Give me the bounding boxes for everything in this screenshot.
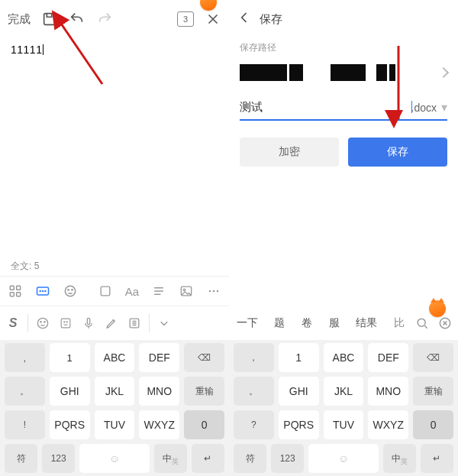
key-wxyz[interactable]: WXYZ bbox=[139, 410, 179, 439]
candidate-2[interactable]: 题 bbox=[274, 316, 285, 330]
key-123[interactable]: 123 bbox=[42, 444, 75, 473]
candidate-search-icon[interactable] bbox=[414, 315, 431, 332]
settings-icon[interactable] bbox=[126, 315, 143, 332]
key-jkl-r[interactable]: JKL bbox=[324, 377, 364, 406]
key-tuv-r[interactable]: TUV bbox=[324, 410, 364, 439]
key-period[interactable]: 。 bbox=[5, 377, 45, 406]
key-period-r[interactable]: 。 bbox=[234, 377, 274, 406]
svg-point-8 bbox=[45, 291, 46, 292]
emoji-tab-icon[interactable] bbox=[63, 283, 78, 299]
paragraph-icon[interactable] bbox=[151, 283, 166, 299]
key-wxyz-r[interactable]: WXYZ bbox=[368, 410, 408, 439]
svg-point-15 bbox=[209, 290, 211, 293]
image-icon[interactable] bbox=[179, 283, 194, 299]
key-reinput-r[interactable]: 重输 bbox=[413, 377, 453, 406]
sticker-icon[interactable] bbox=[57, 315, 74, 332]
key-jkl[interactable]: JKL bbox=[95, 377, 135, 406]
right-pane: 保存 保存路径 测试 .docx ▾ 加密 保存 一下 题 卷 服 bbox=[229, 0, 458, 476]
canvas-icon[interactable] bbox=[98, 283, 113, 299]
key-def[interactable]: DEF bbox=[139, 343, 179, 372]
key-pqrs-r[interactable]: PQRS bbox=[279, 410, 319, 439]
key-abc-r[interactable]: ABC bbox=[324, 343, 364, 372]
filename-input[interactable]: 测试 bbox=[240, 100, 411, 115]
fox-icon-right[interactable] bbox=[429, 300, 446, 317]
svg-rect-21 bbox=[61, 319, 70, 328]
key-123-r[interactable]: 123 bbox=[271, 444, 304, 473]
path-redacted bbox=[240, 63, 395, 82]
close-icon[interactable] bbox=[205, 11, 221, 28]
key-zero[interactable]: 0 bbox=[184, 410, 224, 439]
key-zero-r[interactable]: 0 bbox=[413, 410, 453, 439]
back-icon[interactable] bbox=[237, 10, 252, 28]
key-excl[interactable]: ! bbox=[5, 410, 45, 439]
encrypt-button[interactable]: 加密 bbox=[240, 138, 339, 167]
svg-point-14 bbox=[183, 289, 185, 291]
ime-bar-right: 一下 题 卷 服 结果 比 bbox=[229, 306, 458, 340]
svg-rect-4 bbox=[17, 293, 21, 296]
key-space[interactable]: ☺ bbox=[79, 444, 149, 473]
handwrite-icon[interactable] bbox=[103, 315, 120, 332]
path-label: 保存路径 bbox=[229, 38, 458, 57]
save-button[interactable]: 保存 bbox=[348, 138, 447, 167]
svg-point-10 bbox=[68, 290, 69, 290]
document-area[interactable]: 1 11111 bbox=[0, 38, 229, 257]
mic-icon[interactable] bbox=[80, 315, 97, 332]
save-title: 保存 bbox=[260, 12, 282, 27]
filename-row: 测试 .docx ▾ bbox=[240, 100, 447, 121]
redo-icon[interactable] bbox=[96, 11, 113, 28]
key-1[interactable]: 1 bbox=[50, 343, 90, 372]
done-button[interactable]: 完成 bbox=[8, 12, 31, 27]
key-lang-r[interactable]: 中英 bbox=[383, 444, 416, 473]
key-enter-r[interactable]: ↵ bbox=[421, 444, 453, 473]
key-mno[interactable]: MNO bbox=[139, 377, 179, 406]
save-icon[interactable] bbox=[41, 11, 58, 28]
key-abc[interactable]: ABC bbox=[95, 343, 135, 372]
key-pqrs[interactable]: PQRS bbox=[50, 410, 90, 439]
key-ghi-r[interactable]: GHI bbox=[279, 377, 319, 406]
candidate-6[interactable]: 比 bbox=[394, 316, 405, 330]
word-count: 全文: 5 bbox=[0, 257, 229, 276]
svg-rect-2 bbox=[17, 286, 21, 290]
more-icon[interactable] bbox=[206, 283, 221, 299]
key-tuv[interactable]: TUV bbox=[95, 410, 135, 439]
key-lang[interactable]: 中英 bbox=[154, 444, 187, 473]
candidate-1[interactable]: 一下 bbox=[237, 316, 258, 330]
keyboard-tab-icon[interactable] bbox=[35, 283, 50, 299]
emoji-icon[interactable] bbox=[34, 315, 51, 332]
svg-point-22 bbox=[64, 322, 65, 322]
key-comma[interactable]: , bbox=[5, 343, 45, 372]
key-symbol[interactable]: 符 bbox=[5, 444, 37, 473]
svg-rect-24 bbox=[87, 318, 89, 324]
sogou-logo-icon[interactable]: S bbox=[5, 315, 21, 332]
font-icon[interactable]: Aa bbox=[125, 285, 139, 298]
key-qmark-r[interactable]: ? bbox=[234, 410, 274, 439]
fox-icon[interactable] bbox=[200, 0, 217, 11]
svg-point-6 bbox=[40, 291, 40, 292]
key-reinput[interactable]: 重输 bbox=[184, 377, 224, 406]
key-space-r[interactable]: ☺ bbox=[308, 444, 378, 473]
key-symbol-r[interactable]: 符 bbox=[234, 444, 266, 473]
key-comma-r[interactable]: ， bbox=[234, 343, 274, 372]
key-def-r[interactable]: DEF bbox=[368, 343, 408, 372]
left-pane: 完成 3 1 11111 全文: 5 bbox=[0, 0, 229, 476]
extension-dropdown-icon[interactable]: ▾ bbox=[441, 100, 447, 115]
apps-icon[interactable] bbox=[8, 283, 23, 299]
candidate-3[interactable]: 卷 bbox=[302, 316, 312, 330]
key-mno-r[interactable]: MNO bbox=[368, 377, 408, 406]
path-row[interactable] bbox=[229, 57, 458, 88]
candidate-5[interactable]: 结果 bbox=[356, 316, 377, 330]
candidate-4[interactable]: 服 bbox=[329, 316, 340, 330]
undo-icon[interactable] bbox=[69, 11, 85, 28]
svg-point-26 bbox=[418, 319, 425, 326]
collapse-keyboard-icon[interactable] bbox=[156, 315, 173, 332]
key-1-r[interactable]: 1 bbox=[279, 343, 319, 372]
svg-rect-1 bbox=[10, 286, 14, 290]
page-count-badge[interactable]: 3 bbox=[177, 11, 194, 27]
key-ghi[interactable]: GHI bbox=[50, 377, 90, 406]
key-backspace-r[interactable]: ⌫ bbox=[413, 343, 453, 372]
key-backspace[interactable]: ⌫ bbox=[184, 343, 224, 372]
candidate-words: 一下 题 卷 服 结果 比 bbox=[234, 316, 408, 330]
key-enter[interactable]: ↵ bbox=[192, 444, 224, 473]
editor-topbar: 完成 3 bbox=[0, 0, 229, 38]
candidate-close-icon[interactable] bbox=[437, 315, 453, 332]
